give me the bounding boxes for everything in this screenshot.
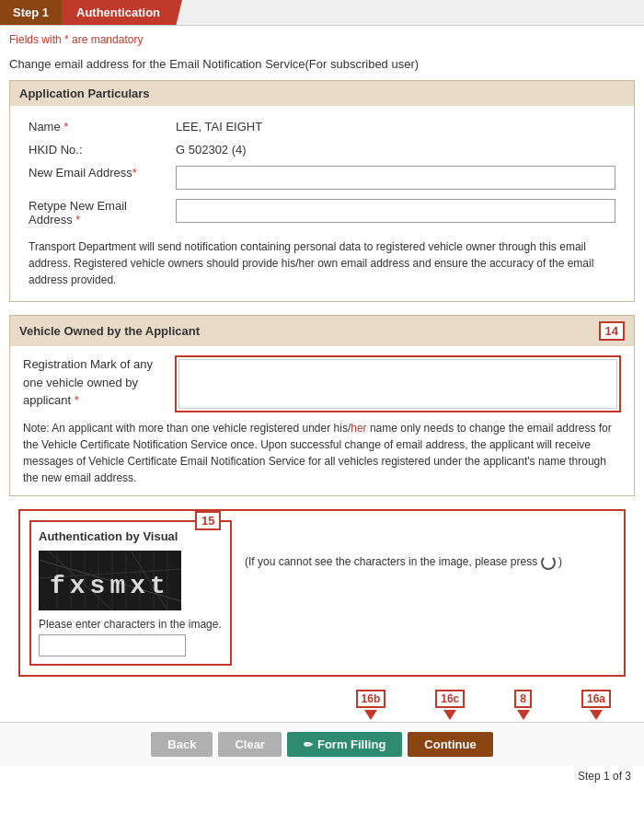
step-title: Authentication [62, 0, 182, 25]
arrow-16c [443, 710, 456, 720]
ann-group-16b: 16b [356, 690, 386, 720]
name-row: Name * LEE, TAI EIGHT [23, 115, 621, 138]
auth-section: Authentication by Visual [18, 509, 626, 677]
arrow-8 [517, 710, 530, 720]
new-email-row: New Email Address* [23, 161, 621, 194]
back-button[interactable]: Back [151, 732, 213, 757]
application-particulars-header: Application Particulars [10, 81, 634, 106]
arrow-16b [364, 710, 377, 720]
annotation-badges-row: 16b 16c 8 16a [0, 690, 644, 720]
hkid-value: G 502302 (4) [170, 138, 621, 161]
badge-16a: 16a [581, 690, 611, 708]
captcha-input[interactable] [39, 634, 186, 656]
vehicle-reg-input-wrap [175, 355, 621, 412]
captcha-image: fxsmxt [39, 551, 181, 610]
refresh-icon[interactable] [541, 555, 556, 570]
email-notice: Transport Department will send notificat… [23, 231, 621, 292]
vehicle-reg-input[interactable] [178, 359, 617, 409]
application-particulars-title: Application Particulars [19, 87, 150, 100]
vehicle-reg-row: Registration Mark of any one vehicle own… [23, 355, 621, 412]
auth-right-panel: (If you cannot see the characters in the… [245, 520, 562, 571]
particulars-table: Name * LEE, TAI EIGHT HKID No.: G 502302… [23, 115, 621, 231]
application-particulars-body: Name * LEE, TAI EIGHT HKID No.: G 502302… [10, 106, 634, 301]
application-particulars-panel: Application Particulars Name * LEE, TAI … [9, 80, 635, 302]
vehicle-reg-required-star: * [75, 393, 79, 407]
badge-16b: 16b [356, 690, 386, 708]
auth-section-wrapper: Authentication by Visual [9, 509, 635, 677]
new-email-required-star: * [132, 166, 137, 180]
retype-email-input-cell [170, 194, 621, 231]
ann-group-16a: 16a [581, 690, 611, 720]
new-email-label: New Email Address* [23, 161, 170, 194]
retype-required-star: * [75, 213, 80, 226]
name-label: Name * [23, 115, 170, 138]
vehicle-note: Note: An applicant with more than one ve… [23, 420, 621, 486]
ann-group-8: 8 [514, 690, 532, 720]
vehicle-note-text: Note: An applicant with more than one ve… [23, 422, 612, 484]
button-bar: Back Clear ✏ Form Filling Continue [0, 722, 644, 766]
badge-15: 15 [195, 511, 221, 530]
vehicle-body: Registration Mark of any one vehicle own… [10, 346, 634, 495]
vehicle-reg-label: Registration Mark of any one vehicle own… [23, 355, 166, 410]
hkid-row: HKID No.: G 502302 (4) [23, 138, 621, 161]
captcha-input-label: Please enter characters in the image. [39, 618, 223, 631]
vehicle-title: Vehicle Owned by the Applicant [19, 324, 200, 338]
form-filling-button[interactable]: ✏ Form Filling [287, 732, 402, 757]
arrow-16a [590, 710, 603, 720]
new-email-input-cell [170, 161, 621, 194]
step-footer-label: Step 1 of 3 [578, 770, 631, 783]
vehicle-badge: 14 [599, 321, 625, 341]
retype-email-label: Retype New Email Address * [23, 194, 170, 231]
auth-left-panel: Authentication by Visual [29, 520, 232, 666]
ann-group-16c: 16c [435, 690, 465, 720]
retype-email-row: Retype New Email Address * [23, 194, 621, 231]
refresh-hint-end: ) [558, 555, 562, 568]
auth-visual-title: Authentication by Visual [39, 529, 223, 543]
pencil-icon: ✏ [304, 738, 313, 751]
continue-button[interactable]: Continue [408, 732, 492, 757]
name-value: LEE, TAI EIGHT [170, 115, 621, 138]
step-header: Step 1 Authentication [0, 0, 644, 26]
mandatory-note: Fields with * are mandatory [0, 26, 644, 53]
svg-text:fxsmxt: fxsmxt [50, 572, 170, 600]
vehicle-header: Vehicle Owned by the Applicant 14 [10, 316, 634, 346]
new-email-input[interactable] [176, 166, 615, 190]
clear-button[interactable]: Clear [218, 732, 282, 757]
form-filling-label: Form Filling [317, 737, 385, 751]
name-required-star: * [63, 120, 68, 134]
step-footer: Step 1 of 3 [0, 766, 644, 790]
badge-16c: 16c [435, 690, 465, 708]
page-description: Change email address for the Email Notif… [0, 53, 644, 80]
hkid-label: HKID No.: [23, 138, 170, 161]
step-number: Step 1 [0, 0, 62, 25]
retype-email-input[interactable] [176, 199, 615, 223]
badge-8: 8 [514, 690, 532, 708]
captcha-svg: fxsmxt [39, 551, 181, 610]
refresh-hint-text: (If you cannot see the characters in the… [245, 555, 537, 568]
auth-section-inner: Authentication by Visual [20, 511, 624, 675]
vehicle-panel: Vehicle Owned by the Applicant 14 Regist… [9, 315, 635, 496]
